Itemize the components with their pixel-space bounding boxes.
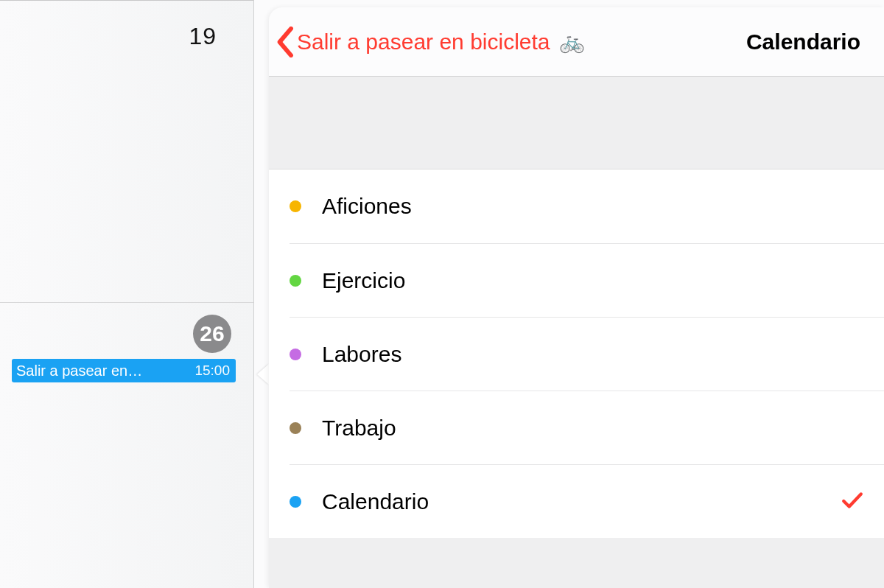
calendar-color-dot	[290, 496, 301, 508]
calendar-color-dot	[290, 200, 301, 212]
back-button[interactable]: Salir a pasear en bicicleta 🚲	[273, 21, 588, 63]
nav-title: Calendario	[746, 29, 868, 55]
back-button-label: Salir a pasear en bicicleta	[297, 29, 550, 55]
section-gap	[269, 77, 884, 169]
event-time: 15:00	[194, 363, 230, 379]
month-column: 19 26 Salir a pasear en… 15:00	[0, 0, 254, 588]
check-icon	[841, 490, 863, 514]
day-number-today: 26	[193, 315, 231, 353]
day-cell[interactable]: 26 Salir a pasear en… 15:00	[0, 302, 253, 588]
day-cell[interactable]: 19	[0, 0, 253, 69]
calendar-event[interactable]: Salir a pasear en… 15:00	[12, 359, 236, 382]
calendar-option-label: Calendario	[322, 489, 429, 514]
bicycle-icon: 🚲	[559, 29, 585, 54]
calendar-option-ejercicio[interactable]: Ejercicio	[290, 243, 884, 317]
chevron-left-icon	[276, 27, 295, 57]
nav-bar: Salir a pasear en bicicleta 🚲 Calendario	[269, 7, 884, 77]
calendar-picker-popover: Salir a pasear en bicicleta 🚲 Calendario…	[269, 7, 884, 588]
popover-pointer-icon	[257, 364, 269, 385]
calendar-option-label: Aficiones	[322, 194, 412, 219]
calendar-option-aficiones[interactable]: Aficiones	[269, 169, 884, 243]
day-number: 19	[189, 23, 217, 50]
calendar-color-dot	[290, 349, 301, 360]
calendar-option-label: Trabajo	[322, 416, 396, 441]
calendar-option-label: Labores	[322, 342, 401, 367]
calendar-option-trabajo[interactable]: Trabajo	[290, 391, 884, 464]
calendar-list: Aficiones Ejercicio Labores Trabajo Cale…	[269, 169, 884, 538]
event-title: Salir a pasear en…	[16, 363, 189, 379]
calendar-option-calendario[interactable]: Calendario	[290, 464, 884, 538]
calendar-option-label: Ejercicio	[322, 268, 405, 293]
calendar-color-dot	[290, 275, 301, 287]
calendar-option-labores[interactable]: Labores	[290, 317, 884, 391]
calendar-color-dot	[290, 422, 301, 434]
